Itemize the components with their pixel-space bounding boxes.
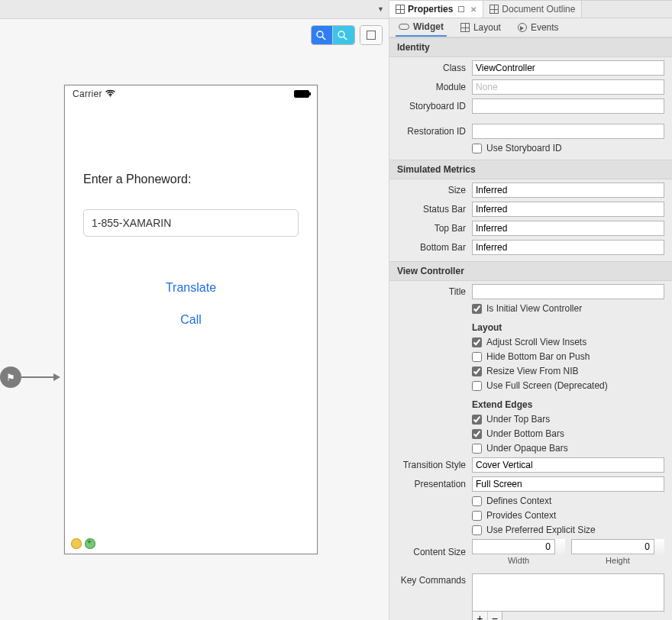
wifi-icon	[105, 89, 115, 99]
svg-point-0	[317, 31, 323, 37]
inspector-subtabs: Widget Layout Events	[389, 18, 672, 37]
storyboard-canvas[interactable]: ⚑ Carrier Enter a Phoneword:	[0, 51, 389, 620]
svg-line-3	[344, 37, 347, 40]
size-label: Size	[397, 185, 472, 195]
add-control-icon[interactable]	[85, 538, 95, 549]
presentation-select[interactable]: Full Screen	[472, 476, 664, 492]
widget-icon	[399, 24, 409, 30]
under-bottom-bars-checkbox[interactable]	[472, 429, 482, 439]
designer-toolbar	[0, 19, 389, 51]
designer-topbar: ▼	[0, 0, 389, 19]
battery-icon	[294, 90, 309, 98]
full-screen-checkbox[interactable]	[472, 381, 482, 391]
topbar-select[interactable]: Inferred	[472, 221, 664, 236]
panel-dropdown-icon[interactable]: ▼	[377, 5, 384, 13]
tab-document-outline[interactable]: Document Outline	[483, 1, 582, 18]
bottombar-select[interactable]: Inferred	[472, 240, 664, 255]
section-simulated-metrics: Simulated Metrics	[389, 160, 672, 179]
call-button[interactable]: Call	[83, 313, 299, 327]
layout-heading: Layout	[472, 322, 664, 333]
presentation-label: Presentation	[397, 479, 472, 489]
title-input[interactable]	[472, 284, 664, 299]
restoration-id-label: Restoration ID	[397, 126, 472, 137]
width-sub-label: Width	[508, 556, 529, 565]
height-stepper[interactable]	[654, 539, 664, 554]
resize-from-nib-checkbox[interactable]	[472, 367, 482, 376]
width-stepper[interactable]	[554, 539, 565, 554]
module-label: Module	[397, 82, 472, 92]
tab-properties[interactable]: Properties ✕	[389, 1, 483, 18]
content-width-input[interactable]	[472, 539, 565, 554]
provides-context-checkbox[interactable]	[472, 511, 482, 521]
statusbar-select[interactable]: Inferred	[472, 202, 664, 217]
svg-point-2	[338, 31, 344, 37]
under-top-bars-checkbox[interactable]	[472, 415, 482, 425]
subtab-widget[interactable]: Widget	[396, 18, 447, 37]
designer-pane: ▼ ⚑	[0, 0, 389, 620]
under-opaque-bars-checkbox[interactable]	[472, 444, 482, 454]
defines-context-checkbox[interactable]	[472, 496, 482, 506]
is-initial-vc-checkbox[interactable]	[472, 304, 482, 314]
class-label: Class	[397, 63, 472, 73]
adjust-scroll-insets-checkbox[interactable]	[472, 337, 482, 347]
extend-edges-heading: Extend Edges	[472, 399, 664, 410]
carrier-label: Carrier	[73, 89, 102, 99]
panel-undock-icon[interactable]	[458, 6, 464, 12]
use-storyboard-id-checkbox[interactable]	[472, 144, 482, 153]
section-identity: Identity	[389, 37, 672, 57]
constraint-mode-1-button[interactable]	[312, 26, 333, 44]
transition-label: Transition Style	[397, 460, 472, 470]
translate-button[interactable]: Translate	[83, 281, 299, 295]
module-input[interactable]	[472, 79, 664, 95]
content-height-input[interactable]	[571, 539, 664, 554]
subtab-events[interactable]: Events	[515, 19, 562, 36]
events-icon	[518, 23, 527, 32]
key-commands-add-button[interactable]: +	[473, 612, 488, 620]
toggle-bounds-button[interactable]	[360, 26, 382, 44]
close-panel-icon[interactable]: ✕	[470, 5, 477, 14]
document-outline-icon	[489, 5, 499, 14]
simulated-status-bar: Carrier	[65, 86, 317, 102]
title-label: Title	[397, 286, 472, 297]
constraint-mode-2-button[interactable]	[333, 26, 354, 44]
statusbar-label: Status Bar	[397, 204, 472, 215]
bottombar-label: Bottom Bar	[397, 242, 472, 253]
entry-flag-icon: ⚑	[0, 367, 21, 388]
subtab-layout[interactable]: Layout	[457, 19, 504, 36]
scene-dock	[71, 538, 95, 549]
transition-select[interactable]: Cover Vertical	[472, 457, 664, 473]
key-commands-list[interactable]	[472, 573, 664, 612]
inspector-tabbar: Properties ✕ Document Outline	[389, 1, 672, 18]
layout-icon	[460, 23, 470, 32]
phoneword-textfield[interactable]: 1-855-XAMARIN	[83, 209, 299, 237]
key-commands-label: Key Commands	[397, 573, 472, 586]
topbar-label: Top Bar	[397, 223, 472, 234]
bounds-icon	[367, 31, 376, 40]
hide-bottom-bar-checkbox[interactable]	[472, 352, 482, 362]
restoration-id-input[interactable]	[472, 124, 664, 139]
phoneword-prompt: Enter a Phoneword:	[83, 173, 299, 186]
storyboard-id-label: Storyboard ID	[397, 101, 472, 111]
section-view-controller: View Controller	[389, 261, 672, 281]
scene-view-controller[interactable]: Carrier Enter a Phoneword: 1-855-XAMARIN…	[64, 85, 318, 554]
warning-icon[interactable]	[71, 538, 82, 549]
key-commands-remove-button[interactable]: −	[488, 612, 502, 620]
storyboard-id-input[interactable]	[472, 98, 664, 114]
preferred-explicit-size-checkbox[interactable]	[472, 525, 482, 535]
properties-icon	[396, 5, 405, 14]
content-size-label: Content Size	[397, 547, 472, 557]
initial-scene-arrow[interactable]: ⚑	[0, 367, 60, 388]
class-select[interactable]: ViewController	[472, 60, 664, 76]
size-select[interactable]: Inferred	[472, 182, 664, 198]
svg-line-1	[322, 37, 326, 40]
svg-point-4	[109, 95, 111, 97]
height-sub-label: Height	[606, 556, 630, 565]
